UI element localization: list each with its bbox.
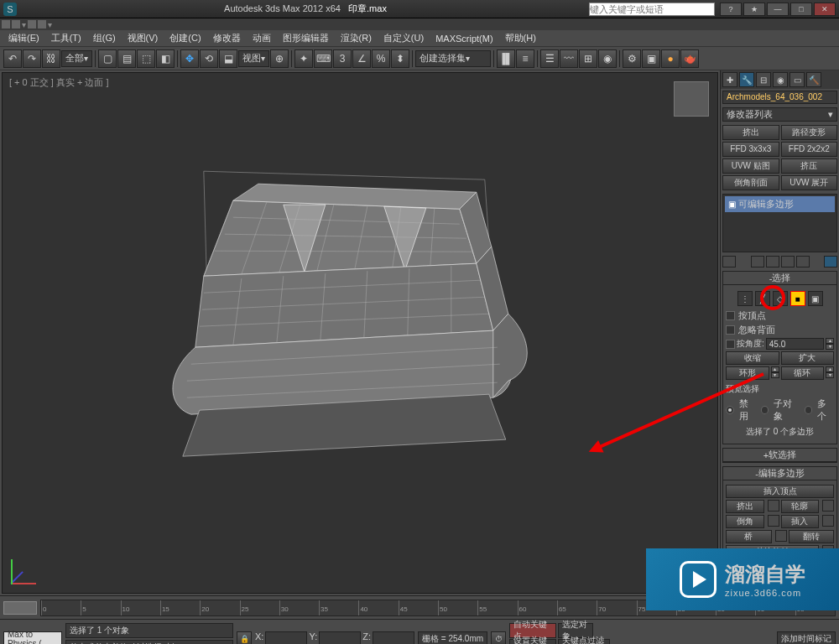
chevron-down-icon[interactable]: ▾ xyxy=(48,20,52,29)
modifier-stack[interactable]: ▣ 可编辑多边形 xyxy=(722,194,837,252)
mod-squeeze-button[interactable]: 挤压 xyxy=(781,158,838,174)
align-icon[interactable]: ≡ xyxy=(516,49,534,68)
mod-ffd3-button[interactable]: FFD 3x3x3 xyxy=(722,142,779,157)
schematic-icon[interactable]: ⊞ xyxy=(579,49,597,68)
bevel-button[interactable]: 倒角 xyxy=(726,515,764,528)
tab-hierarchy[interactable]: ⊟ xyxy=(756,72,771,87)
quick-access-icon[interactable] xyxy=(12,20,20,29)
bridge-settings-icon[interactable] xyxy=(775,530,787,542)
angle-spinner[interactable]: 45.0 xyxy=(766,338,824,350)
bridge-button[interactable]: 桥 xyxy=(726,530,772,543)
quick-access-icon[interactable] xyxy=(38,20,46,29)
mod-ffd2-button[interactable]: FFD 2x2x2 xyxy=(781,142,838,157)
stack-tool-icon[interactable] xyxy=(766,256,779,267)
preview-subobj-radio[interactable] xyxy=(761,406,769,414)
shrink-button[interactable]: 收缩 xyxy=(726,351,779,365)
mod-pathdeform-button[interactable]: 路径变形 xyxy=(781,125,838,140)
by-vertex-checkbox[interactable] xyxy=(726,311,735,320)
maximize-button[interactable]: □ xyxy=(790,3,812,16)
menu-help[interactable]: 帮助(H) xyxy=(500,30,541,46)
teapot-icon[interactable]: 🫖 xyxy=(680,49,699,68)
keyboard-icon[interactable]: ⌨ xyxy=(314,49,332,68)
tab-display[interactable]: ▭ xyxy=(789,72,805,87)
spin-up-icon[interactable]: ▴ xyxy=(826,366,834,372)
mod-bevelprofile-button[interactable]: 倒角剖面 xyxy=(722,175,779,190)
mod-uvwunwrap-button[interactable]: UVW 展开 xyxy=(781,175,838,190)
keyfilter-button[interactable]: 关键点过滤器 xyxy=(558,639,610,644)
coord-z[interactable] xyxy=(373,631,414,645)
object-name-field[interactable]: Archmodels_64_036_002 xyxy=(722,91,837,104)
quick-access-icon[interactable] xyxy=(28,20,36,29)
time-config-icon[interactable]: ⏱ xyxy=(491,631,506,645)
manipulate-icon[interactable]: ✦ xyxy=(294,49,313,68)
minimize-button[interactable]: — xyxy=(767,3,789,16)
mod-extrude-button[interactable]: 挤出 xyxy=(722,125,779,140)
menu-customize[interactable]: 自定义(U) xyxy=(378,30,429,46)
render-frame-icon[interactable]: ▣ xyxy=(642,49,660,68)
tab-motion[interactable]: ◉ xyxy=(773,72,788,87)
stack-tool-icon[interactable] xyxy=(781,256,795,267)
menu-modifiers[interactable]: 修改器 xyxy=(208,30,246,46)
select-name-icon[interactable]: ▤ xyxy=(117,49,136,68)
spinner-snap-icon[interactable]: ⬍ xyxy=(391,49,409,68)
menu-group[interactable]: 组(G) xyxy=(88,30,121,46)
angle-snap-icon[interactable]: ∠ xyxy=(352,49,371,68)
coord-y[interactable] xyxy=(319,631,361,645)
by-angle-checkbox[interactable] xyxy=(726,340,735,349)
stack-editable-poly[interactable]: ▣ 可编辑多边形 xyxy=(725,196,835,212)
coord-dropdown[interactable]: 视图 ▾ xyxy=(238,50,269,67)
rollout-header-editpoly[interactable]: - 编辑多边形 xyxy=(723,467,836,480)
outline-settings-icon[interactable] xyxy=(822,500,834,512)
viewport[interactable]: [ + 0 正交 ] 真实 + 边面 ] xyxy=(2,72,718,594)
select-icon[interactable]: ▢ xyxy=(98,49,117,68)
undo-icon[interactable]: ↶ xyxy=(3,49,22,68)
pin-stack-icon[interactable] xyxy=(722,256,736,267)
menu-render[interactable]: 渲染(R) xyxy=(336,30,377,46)
menu-create[interactable]: 创建(C) xyxy=(164,30,206,46)
redo-icon[interactable]: ↷ xyxy=(23,49,41,68)
link-icon[interactable]: ⛓ xyxy=(42,49,60,68)
modifier-list-dropdown[interactable]: 修改器列表▾ xyxy=(722,107,837,122)
viewcube[interactable] xyxy=(674,81,709,117)
pivot-icon[interactable]: ⊕ xyxy=(270,49,289,68)
loop-button[interactable]: 循环 xyxy=(781,366,825,380)
render-icon[interactable]: ● xyxy=(661,49,680,68)
rollout-header-softsel[interactable]: + 软选择 xyxy=(723,449,836,462)
filter-dropdown[interactable]: 全部 ▾ xyxy=(61,50,92,67)
subobj-vertex-icon[interactable]: ⋮ xyxy=(737,291,753,306)
menu-graph[interactable]: 图形编辑器 xyxy=(278,30,334,46)
maxscript-listener[interactable]: Max to Physics ( xyxy=(3,631,62,645)
tab-utilities[interactable]: 🔨 xyxy=(806,72,821,87)
named-sel-dropdown[interactable]: 创建选择集 ▾ xyxy=(415,50,491,67)
coord-x[interactable] xyxy=(265,631,307,645)
star-icon[interactable]: ★ xyxy=(743,3,765,16)
menu-animation[interactable]: 动画 xyxy=(248,30,276,46)
preview-off-radio[interactable] xyxy=(726,406,734,414)
stack-tool-icon[interactable] xyxy=(751,256,764,267)
extrude-settings-icon[interactable] xyxy=(768,500,779,512)
app-icon[interactable]: S xyxy=(3,3,17,16)
time-slider[interactable] xyxy=(3,601,37,615)
chevron-down-icon[interactable]: ▾ xyxy=(22,20,26,29)
viewport-label[interactable]: [ + 0 正交 ] 真实 + 边面 ] xyxy=(9,76,109,89)
lock-icon[interactable]: 🔒 xyxy=(237,631,252,645)
outline-button[interactable]: 轮廓 xyxy=(781,500,820,513)
mirror-icon[interactable]: ▐▌ xyxy=(497,49,515,68)
render-setup-icon[interactable]: ⚙ xyxy=(623,49,641,68)
percent-snap-icon[interactable]: % xyxy=(372,49,390,68)
add-time-tag[interactable]: 添加时间标记 xyxy=(777,631,836,645)
mod-uvwmap-button[interactable]: UVW 贴图 xyxy=(722,158,779,174)
bevel-settings-icon[interactable] xyxy=(768,515,779,527)
grow-button[interactable]: 扩大 xyxy=(781,351,835,365)
move-icon[interactable]: ✥ xyxy=(180,49,199,68)
title-search[interactable] xyxy=(589,3,715,16)
select-region-icon[interactable]: ⬚ xyxy=(137,49,155,68)
scale-icon[interactable]: ⬓ xyxy=(219,49,237,68)
snap-icon[interactable]: 3 xyxy=(333,49,352,68)
rollout-header-selection[interactable]: - 选择 xyxy=(723,272,836,285)
quick-access-icon[interactable] xyxy=(2,20,10,29)
tab-create[interactable]: ✚ xyxy=(722,72,737,87)
close-button[interactable]: ✕ xyxy=(814,3,836,16)
material-icon[interactable]: ◉ xyxy=(598,49,617,68)
spin-down-icon[interactable]: ▾ xyxy=(826,372,834,378)
